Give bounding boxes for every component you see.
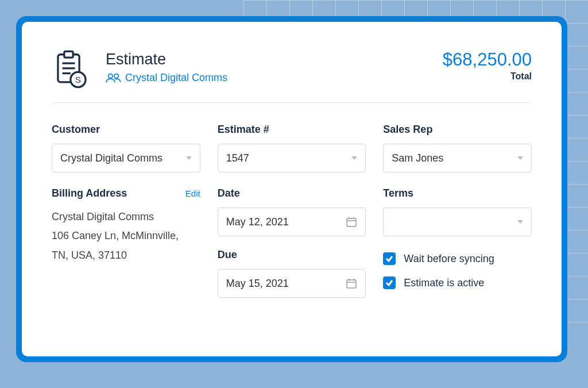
calendar-icon — [346, 278, 357, 289]
customer-link-text: Crystal Digital Comms — [125, 72, 227, 84]
terms-column: Terms Wait before syncing Est — [383, 187, 532, 289]
sales-rep-label: Sales Rep — [383, 124, 532, 136]
billing-line-2: 106 Caney Ln, McMinnville, — [52, 226, 200, 245]
wait-sync-label: Wait before syncing — [404, 253, 494, 265]
total-block: $68,250.00 Total — [443, 49, 532, 82]
date-field: Date May 12, 2021 — [218, 187, 366, 236]
wait-sync-checkbox[interactable]: Wait before syncing — [383, 252, 532, 265]
terms-select[interactable] — [383, 208, 532, 236]
checkbox-checked-icon — [383, 276, 396, 289]
estimate-document-icon: S — [52, 49, 92, 90]
customer-select[interactable]: Crystal Digital Comms — [52, 144, 200, 172]
estimate-number-value: 1547 — [226, 152, 249, 164]
estimate-number-label: Estimate # — [218, 124, 366, 136]
date-input[interactable]: May 12, 2021 — [218, 208, 366, 236]
svg-point-8 — [114, 74, 118, 78]
header: S Estimate Crystal Digital Comms $68,250… — [52, 49, 532, 103]
chevron-down-icon — [517, 156, 523, 160]
calendar-icon — [346, 216, 357, 228]
people-icon — [106, 73, 121, 83]
billing-address-label: Billing Address — [52, 187, 127, 199]
estimate-number-select[interactable]: 1547 — [218, 144, 366, 172]
estimate-card: S Estimate Crystal Digital Comms $68,250… — [22, 22, 562, 356]
customer-label: Customer — [52, 124, 200, 136]
chevron-down-icon — [351, 156, 357, 160]
sales-rep-field: Sales Rep Sam Jones — [383, 124, 532, 172]
due-value: May 15, 2021 — [226, 278, 289, 290]
chevron-down-icon — [517, 220, 523, 224]
edit-billing-link[interactable]: Edit — [185, 189, 200, 198]
terms-label: Terms — [383, 187, 532, 199]
customer-value: Crystal Digital Comms — [60, 152, 163, 164]
date-value: May 12, 2021 — [226, 216, 289, 228]
checkbox-checked-icon — [383, 252, 396, 265]
customer-field: Customer Crystal Digital Comms — [52, 124, 200, 172]
svg-text:S: S — [75, 75, 81, 84]
date-label: Date — [218, 187, 366, 199]
sales-rep-value: Sam Jones — [392, 152, 443, 164]
due-label: Due — [218, 249, 366, 261]
billing-line-3: TN, USA, 37110 — [52, 246, 200, 265]
page-title: Estimate — [106, 51, 227, 68]
billing-line-1: Crystal Digital Comms — [52, 208, 200, 226]
sales-rep-select[interactable]: Sam Jones — [383, 144, 532, 172]
date-column: Date May 12, 2021 Due May 15, 2021 — [218, 187, 366, 298]
checkbox-group: Wait before syncing Estimate is active — [383, 252, 532, 289]
customer-link[interactable]: Crystal Digital Comms — [106, 72, 227, 84]
svg-rect-1 — [64, 51, 73, 57]
due-field: Due May 15, 2021 — [218, 249, 366, 298]
estimate-number-field: Estimate # 1547 — [218, 124, 366, 172]
svg-rect-13 — [347, 280, 356, 288]
active-checkbox[interactable]: Estimate is active — [383, 276, 532, 289]
terms-field: Terms — [383, 187, 532, 236]
svg-rect-9 — [347, 218, 356, 226]
form-grid: Customer Crystal Digital Comms Estimate … — [52, 124, 532, 298]
billing-address-text: Crystal Digital Comms 106 Caney Ln, McMi… — [52, 208, 200, 265]
total-label: Total — [443, 71, 532, 82]
active-label: Estimate is active — [404, 277, 484, 289]
svg-point-7 — [109, 74, 113, 78]
header-left: S Estimate Crystal Digital Comms — [52, 49, 227, 90]
total-amount: $68,250.00 — [443, 49, 532, 70]
billing-address-field: Billing Address Edit Crystal Digital Com… — [52, 187, 200, 265]
due-input[interactable]: May 15, 2021 — [218, 269, 366, 298]
chevron-down-icon — [186, 156, 192, 160]
